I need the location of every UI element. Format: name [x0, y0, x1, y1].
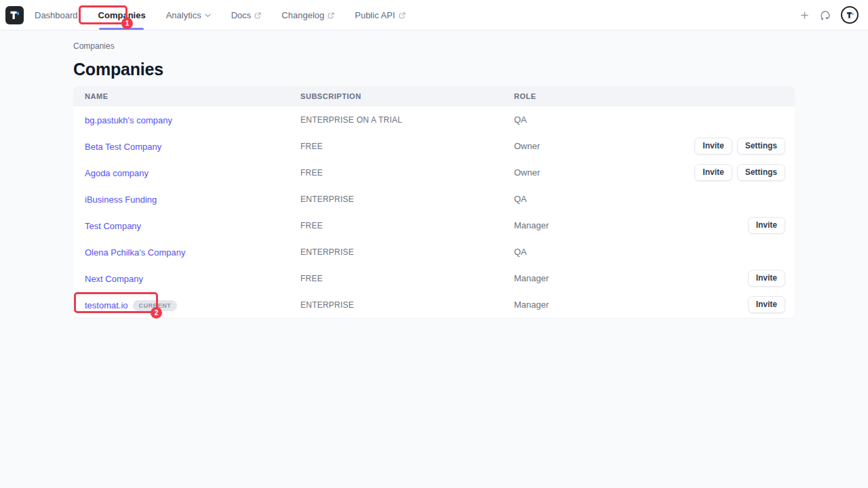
- column-header-subscription: Subscription: [300, 92, 514, 100]
- table-row: Test Company FREE Manager Invite: [73, 212, 795, 239]
- app-logo[interactable]: [5, 6, 24, 24]
- user-avatar[interactable]: [841, 6, 859, 24]
- nav-label: Companies: [98, 10, 146, 20]
- row-actions: Invite Settings: [694, 164, 795, 181]
- company-link[interactable]: Agoda company: [85, 168, 149, 178]
- role-value: Manager: [514, 273, 748, 283]
- invite-button[interactable]: Invite: [748, 270, 785, 287]
- breadcrumb[interactable]: Companies: [73, 41, 795, 52]
- nav-item-docs[interactable]: Docs: [231, 0, 262, 30]
- plus-icon[interactable]: [800, 11, 809, 20]
- invite-button[interactable]: Invite: [748, 217, 785, 234]
- main-nav: Dashboard Companies Analytics Docs Chang…: [35, 0, 406, 30]
- avatar-logo-icon: [846, 11, 854, 20]
- settings-button[interactable]: Settings: [737, 164, 785, 181]
- nav-label: Analytics: [166, 10, 201, 20]
- nav-label: Public API: [355, 10, 395, 20]
- invite-button[interactable]: Invite: [694, 138, 732, 155]
- role-value: Owner: [514, 141, 694, 151]
- chevron-down-icon: [205, 14, 211, 18]
- company-link[interactable]: Beta Test Company: [85, 142, 161, 152]
- table-row: Agoda company FREE Owner Invite Settings: [73, 159, 795, 186]
- subscription-value: FREE: [300, 221, 514, 230]
- subscription-value: ENTERPRISE: [300, 195, 514, 204]
- external-link-icon: [254, 12, 261, 19]
- company-link[interactable]: Next Company: [85, 274, 143, 284]
- company-link[interactable]: Test Company: [85, 221, 141, 231]
- nav-item-public-api[interactable]: Public API: [355, 0, 405, 30]
- column-header-role: Role: [514, 92, 795, 100]
- row-actions: Invite Settings: [694, 138, 795, 155]
- companies-table: Name Subscription Role bg.pastukh's comp…: [73, 86, 795, 318]
- row-actions: Invite: [748, 270, 795, 287]
- external-link-icon: [328, 12, 334, 19]
- row-actions: Invite: [748, 296, 795, 313]
- subscription-value: ENTERPRISE: [300, 300, 514, 310]
- company-link[interactable]: bg.pastukh's company: [85, 115, 172, 125]
- table-row: Olena Pchilka's Company ENTERPRISE QA: [73, 239, 795, 265]
- main-content: Companies Companies Name Subscription Ro…: [0, 41, 868, 318]
- company-link[interactable]: iBusiness Funding: [85, 195, 157, 205]
- company-link[interactable]: testomat.io: [85, 300, 128, 310]
- table-row: Beta Test Company FREE Owner Invite Sett…: [73, 133, 795, 159]
- role-value: QA: [514, 247, 785, 257]
- external-link-icon: [399, 12, 406, 19]
- support-icon[interactable]: [819, 9, 831, 21]
- nav-item-changelog[interactable]: Changelog: [281, 0, 334, 30]
- role-value: Manager: [514, 300, 748, 310]
- nav-label: Changelog: [281, 10, 324, 20]
- subscription-value: ENTERPRISE ON A TRIAL: [300, 115, 514, 125]
- table-row: bg.pastukh's company ENTERPRISE ON A TRI…: [73, 106, 795, 133]
- table-row: Next Company FREE Manager Invite: [73, 265, 795, 291]
- role-value: Manager: [514, 220, 748, 230]
- page-title: Companies: [73, 60, 795, 79]
- table-row-current-company: testomat.ioCURRENT ENTERPRISE Manager In…: [73, 291, 795, 318]
- subscription-value: ENTERPRISE: [300, 247, 514, 257]
- subscription-value: FREE: [300, 142, 514, 151]
- subscription-value: FREE: [300, 168, 514, 178]
- nav-label: Docs: [231, 10, 252, 20]
- role-value: QA: [514, 115, 785, 125]
- nav-item-analytics[interactable]: Analytics: [166, 0, 211, 30]
- subscription-value: FREE: [300, 274, 514, 283]
- table-row: iBusiness Funding ENTERPRISE QA: [73, 186, 795, 212]
- invite-button[interactable]: Invite: [694, 164, 732, 181]
- role-value: QA: [514, 194, 785, 204]
- nav-item-dashboard[interactable]: Dashboard: [35, 0, 78, 30]
- nav-label: Dashboard: [35, 10, 78, 20]
- testomat-logo-icon: [9, 9, 20, 21]
- nav-item-companies[interactable]: Companies: [98, 0, 146, 30]
- header-actions: [800, 6, 859, 24]
- settings-button[interactable]: Settings: [737, 138, 785, 155]
- company-link[interactable]: Olena Pchilka's Company: [85, 247, 185, 258]
- table-header-row: Name Subscription Role: [73, 86, 795, 106]
- invite-button[interactable]: Invite: [748, 296, 785, 313]
- role-value: Owner: [514, 167, 694, 178]
- current-badge: CURRENT: [133, 300, 178, 311]
- column-header-name: Name: [73, 92, 300, 100]
- top-navigation-bar: Dashboard Companies Analytics Docs Chang…: [0, 0, 868, 30]
- row-actions: Invite: [748, 217, 795, 234]
